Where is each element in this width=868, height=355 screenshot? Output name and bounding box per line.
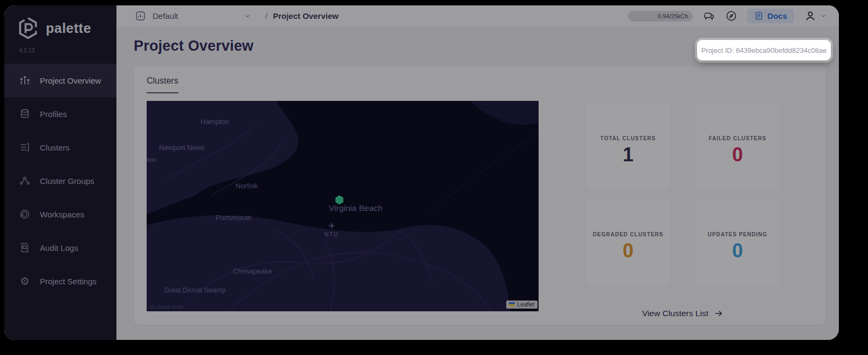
sidebar-item-label: Project Settings <box>40 277 97 286</box>
sidebar-nav: Project Overview Profiles <box>4 64 116 298</box>
topbar-actions: 0.94/25kCh <box>628 9 827 23</box>
nodes-graph-icon <box>18 174 31 187</box>
sidebar-item-label: Audit Logs <box>40 243 78 252</box>
help-button[interactable] <box>725 10 738 22</box>
clusters-card: Clusters <box>134 66 826 325</box>
orbit-circles-icon <box>18 208 31 221</box>
sidebar-item-label: Profiles <box>40 110 67 119</box>
stat-value: 0 <box>732 144 743 166</box>
stat-label: TOTAL CLUSTERS <box>601 135 656 141</box>
usage-meter[interactable]: 0.94/25kCh <box>628 11 693 22</box>
stat-updates-pending: UPDATES PENDING 0 <box>695 201 780 285</box>
sidebar-item-label: Cluster Groups <box>40 176 94 186</box>
stat-label: DEGRADED CLUSTERS <box>593 231 664 237</box>
chevron-down-icon <box>244 12 251 20</box>
stat-total-clusters: TOTAL CLUSTERS 1 <box>586 105 670 189</box>
view-clusters-list-link[interactable]: View Clusters List <box>642 309 724 318</box>
docs-icon <box>754 11 763 21</box>
sidebar-item-clusters[interactable]: Clusters <box>4 131 116 164</box>
docs-label: Docs <box>767 11 787 21</box>
user-icon <box>804 10 817 23</box>
view-clusters-list-label: View Clusters List <box>642 309 708 318</box>
clusters-map[interactable]: Hampton Newport News llton Norfolk Virgi… <box>147 101 539 311</box>
layers-stack-icon <box>18 107 31 120</box>
sidebar-item-label: Project Overview <box>40 76 101 85</box>
sidebar-item-workspaces[interactable]: Workspaces <box>4 197 116 231</box>
list-icon <box>18 141 31 154</box>
map-terrain <box>147 101 539 311</box>
sidebar-item-project-overview[interactable]: Project Overview <box>4 64 116 97</box>
arrow-right-icon <box>714 309 724 318</box>
palette-logo-icon <box>16 16 40 40</box>
sidebar-item-profiles[interactable]: Profiles <box>4 97 116 131</box>
bar-chart-icon <box>18 74 31 87</box>
project-id-tooltip: Project ID: 6439ebca90befdd8234c08ae <box>697 40 831 60</box>
stat-failed-clusters: FAILED CLUSTERS 0 <box>695 105 780 189</box>
stat-value: 0 <box>732 240 743 262</box>
page-content: Project Overview Clusters <box>116 27 839 340</box>
project-id-text: Project ID: 6439ebca90befdd8234c08ae <box>701 46 827 54</box>
compass-icon <box>725 10 738 22</box>
app-window: palette 4.2.13 Project Overview <box>4 5 839 340</box>
project-scope-icon <box>135 10 146 22</box>
project-selector[interactable]: Default <box>135 10 251 22</box>
app-name: palette <box>46 21 91 36</box>
leaflet-attribution[interactable]: Leaflet <box>506 301 538 309</box>
stat-label: FAILED CLUSTERS <box>708 135 766 141</box>
sidebar-item-label: Clusters <box>40 143 70 152</box>
chat-bubbles-icon <box>702 10 715 23</box>
project-selector-value: Default <box>153 11 178 21</box>
user-menu[interactable] <box>804 10 827 23</box>
ukraine-flag-icon <box>509 302 515 306</box>
leaflet-label: Leaflet <box>517 301 534 308</box>
chevron-down-icon <box>820 12 827 19</box>
usage-text: 0.94/25kCh <box>658 13 688 19</box>
gear-icon: ⚙ <box>18 275 31 288</box>
stat-label: UPDATES PENDING <box>708 231 767 237</box>
stat-value: 0 <box>623 240 633 262</box>
chat-button[interactable] <box>702 10 715 23</box>
document-search-icon <box>18 241 31 254</box>
stat-degraded-clusters: DEGRADED CLUSTERS 0 <box>586 201 670 285</box>
sidebar-item-audit-logs[interactable]: Audit Logs <box>4 231 116 264</box>
topbar: Default / Project Overview 0.94/25kCh <box>116 5 839 27</box>
stat-value: 1 <box>623 144 633 166</box>
palette-logo[interactable]: palette <box>4 5 116 40</box>
cluster-stats: TOTAL CLUSTERS 1 FAILED CLUSTERS 0 DEGRA… <box>586 101 780 318</box>
sidebar-item-cluster-groups[interactable]: Cluster Groups <box>4 164 116 197</box>
breadcrumb-separator: / <box>265 11 267 21</box>
sidebar-item-project-settings[interactable]: ⚙ Project Settings <box>4 264 116 298</box>
breadcrumb[interactable]: Project Overview <box>273 11 339 21</box>
app-version: 4.2.13 <box>4 47 116 53</box>
sidebar: palette 4.2.13 Project Overview <box>4 5 116 340</box>
sidebar-item-label: Workspaces <box>40 210 84 219</box>
docs-button[interactable]: Docs <box>747 9 794 23</box>
tab-clusters[interactable]: Clusters <box>147 76 178 93</box>
